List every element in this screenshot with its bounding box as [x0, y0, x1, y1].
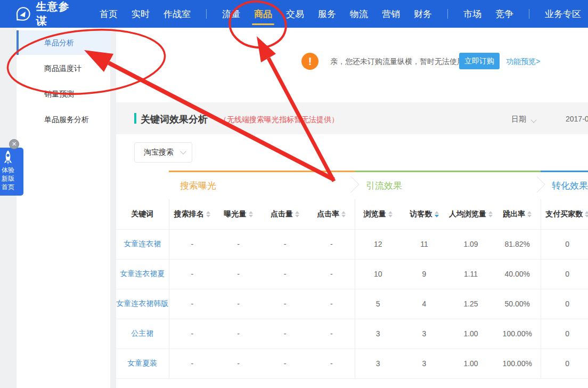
keyword-link[interactable]: 女童夏装 — [127, 359, 157, 367]
column-header-label: 点击量 — [271, 209, 293, 219]
nav-divider — [447, 9, 448, 19]
order-now-button[interactable]: 立即订购 — [459, 53, 500, 69]
nav-divider — [206, 9, 207, 19]
table-cell: - — [308, 229, 355, 259]
table-cell: 40.00% — [494, 259, 541, 289]
brand-name: 生意参谋 — [36, 0, 80, 28]
keyword-data-table: 关键词搜索排名曝光量点击量点击率浏览量访客数人均浏览量跳出率支付买家数 女童连衣… — [116, 199, 588, 379]
nav-item-competition[interactable]: 竞争 — [495, 0, 513, 28]
sort-icon[interactable] — [488, 211, 493, 217]
sycm-logo-icon — [16, 6, 31, 21]
column-header-4[interactable]: 点击率 — [308, 199, 355, 229]
nav-item-home[interactable]: 首页 — [100, 0, 118, 28]
table-cell: 3 — [355, 349, 401, 378]
column-header-1[interactable]: 搜索排名 — [169, 199, 215, 229]
nav-item-traffic[interactable]: 流量 — [222, 0, 240, 28]
sidebar-item-sales-forecast[interactable]: 销量预测 — [17, 82, 110, 106]
table-group-3: 转化效果 — [541, 171, 588, 199]
float-tab-line: 首页 — [2, 183, 14, 191]
column-header-label: 支付买家数 — [545, 209, 583, 219]
keyword-cell: 女童夏装 — [116, 349, 169, 378]
column-header-7[interactable]: 人均浏览量 — [447, 199, 494, 229]
keyword-link[interactable]: 女童连衣裙 — [124, 239, 161, 248]
table-cell: 12 — [355, 229, 401, 259]
table-cell: - — [308, 349, 355, 378]
table-cell: - — [215, 319, 262, 349]
nav-item-business-zone[interactable]: 业务专区 — [545, 0, 581, 28]
table-cell: 3 — [355, 319, 401, 349]
column-header-label: 搜索排名 — [174, 209, 204, 219]
table-cell: 100.00% — [494, 319, 541, 349]
keyword-link[interactable]: 公主裙 — [131, 329, 153, 337]
sort-icon[interactable] — [295, 211, 299, 217]
nav-item-marketing[interactable]: 营销 — [382, 0, 400, 28]
sidebar-item-single-item-service-analysis[interactable]: 单品服务分析 — [17, 107, 110, 132]
table-cell: 81.82% — [494, 229, 541, 259]
column-header-3[interactable]: 点击量 — [262, 199, 308, 229]
table-cell: 0 — [541, 229, 588, 259]
table-cell: - — [308, 289, 355, 319]
column-header-label: 人均浏览量 — [449, 209, 486, 219]
keyword-link[interactable]: 女童连衣裙韩版 — [116, 299, 168, 308]
nav-item-logistics[interactable]: 物流 — [350, 0, 368, 28]
keyword-cell: 女童连衣裙夏 — [116, 259, 169, 289]
notice-text: 亲，您还未订购流量纵横，暂时无法使用！ — [330, 57, 472, 67]
sort-icon[interactable] — [206, 211, 210, 217]
column-header-8[interactable]: 跳出率 — [494, 199, 541, 229]
sort-icon[interactable] — [388, 211, 393, 217]
column-header-9[interactable]: 支付买家数 — [541, 199, 588, 229]
table-cell: 3 — [401, 349, 447, 378]
section-note: （无线端搜索曝光指标暂无法提供） — [219, 115, 339, 125]
close-icon[interactable]: ✕ — [9, 139, 19, 149]
sort-icon[interactable] — [527, 211, 532, 217]
sort-icon[interactable] — [341, 211, 346, 217]
sidebar: 单品分析商品温度计销量预测单品服务分析 — [17, 28, 110, 388]
table-cell: - — [169, 319, 215, 349]
table-cell: - — [262, 259, 308, 289]
table-cell: - — [169, 229, 215, 259]
table-cell: 100.00% — [494, 349, 541, 378]
column-header-6[interactable]: 访客数 — [401, 199, 447, 229]
column-header-5[interactable]: 浏览量 — [355, 199, 401, 229]
new-version-float-tab[interactable]: 体验 新版 首页 — [0, 148, 23, 196]
nav-item-market[interactable]: 市场 — [463, 0, 481, 28]
table-row: 女童连衣裙韩版----541.2550.00%0 — [116, 289, 588, 319]
table-cell: 1.00 — [447, 349, 494, 378]
nav-item-trade[interactable]: 交易 — [286, 0, 304, 28]
table-cell: - — [169, 349, 215, 378]
keyword-cell: 公主裙 — [116, 319, 169, 349]
keyword-link[interactable]: 女童连衣裙夏 — [120, 269, 165, 278]
sort-icon[interactable] — [435, 211, 439, 217]
nav-item-finance[interactable]: 财务 — [414, 0, 432, 28]
nav-menu: 首页实时作战室流量商品交易服务物流营销财务市场竞争业务专区 — [93, 0, 588, 28]
table-group-1: 搜索曝光 — [169, 171, 355, 199]
float-tab-line: 体验 — [2, 166, 14, 174]
sidebar-item-product-thermometer[interactable]: 商品温度计 — [17, 56, 110, 80]
nav-item-realtime[interactable]: 实时 — [132, 0, 150, 28]
table-cell: 0 — [541, 319, 588, 349]
table-cell: - — [308, 319, 355, 349]
table-cell: 9 — [401, 259, 447, 289]
dropdown-selected-value: 淘宝搜索 — [144, 148, 174, 157]
sidebar-item-single-item-analysis[interactable]: 单品分析 — [17, 30, 110, 55]
date-value: 2017-0 — [566, 115, 588, 123]
nav-item-product[interactable]: 商品 — [254, 0, 272, 28]
column-header-label: 曝光量 — [224, 209, 247, 219]
date-filter[interactable]: 日期 — [511, 115, 526, 124]
sort-icon[interactable] — [249, 211, 253, 217]
nav-item-service[interactable]: 服务 — [318, 0, 336, 28]
keyword-cell: 女童连衣裙韩版 — [116, 289, 169, 319]
table-cell: - — [169, 289, 215, 319]
table-group-2: 引流效果 — [355, 171, 541, 199]
sort-icon[interactable] — [585, 211, 588, 217]
search-channel-dropdown[interactable]: 淘宝搜索 — [134, 142, 192, 163]
chevron-down-icon — [180, 148, 186, 154]
table-cell: 11 — [401, 229, 447, 259]
column-header-2[interactable]: 曝光量 — [215, 199, 262, 229]
section-title: 关键词效果分析 — [141, 113, 208, 126]
brand[interactable]: 生意参谋 — [16, 0, 80, 28]
nav-item-war-room[interactable]: 作战室 — [164, 0, 191, 28]
table-header-row: 关键词搜索排名曝光量点击量点击率浏览量访客数人均浏览量跳出率支付买家数 — [116, 199, 588, 229]
column-header-label: 点击率 — [317, 209, 339, 219]
feature-preview-link[interactable]: 功能预览> — [506, 57, 540, 67]
